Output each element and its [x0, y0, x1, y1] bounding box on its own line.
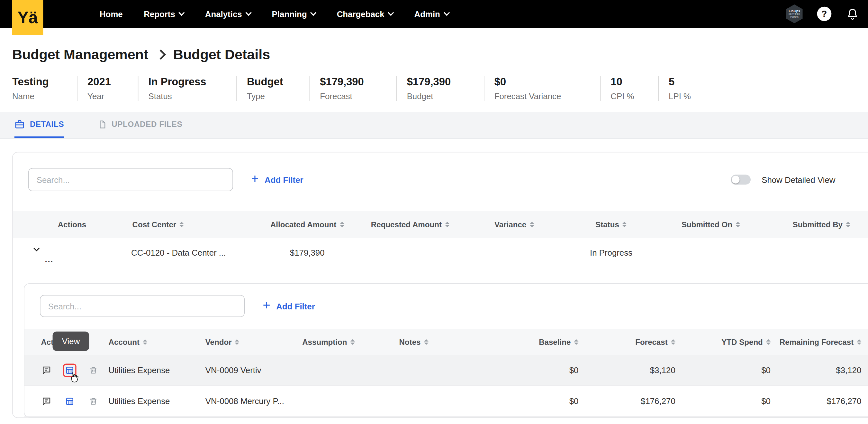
column-header-submitted-on[interactable]: Submitted On — [653, 220, 769, 229]
outer-toolbar: Add Filter Show Detailed View — [13, 152, 868, 192]
sort-icon[interactable] — [846, 222, 850, 227]
nav-reports[interactable]: Reports — [144, 9, 184, 18]
column-header-baseline[interactable]: Baseline — [484, 338, 581, 347]
summary-lpi: 5LPI % — [659, 76, 701, 101]
summary-status: In ProgressStatus — [138, 76, 237, 101]
column-header-allocated-amount[interactable]: Allocated Amount — [253, 220, 362, 229]
column-header-variance[interactable]: Variance — [459, 220, 569, 229]
sort-icon[interactable] — [350, 339, 355, 345]
column-header-status[interactable]: Status — [570, 220, 653, 229]
navbar-right: FinOps CERTIFIED Platform ? — [786, 4, 868, 24]
column-header-vendor[interactable]: Vendor — [193, 338, 290, 347]
column-header-cost-center[interactable]: Cost Center — [131, 220, 253, 229]
column-header-account[interactable]: Account — [96, 338, 193, 347]
cell-baseline: $0 — [484, 365, 581, 375]
column-header-ytd-spend[interactable]: YTD Spend — [678, 338, 773, 347]
cell-remaining-forecast: $176,270 — [773, 396, 868, 406]
chevron-down-icon — [246, 10, 252, 16]
cell-ytd-spend: $0 — [678, 365, 773, 375]
column-header-assumption[interactable]: Assumption — [290, 338, 387, 347]
add-filter-button[interactable]: Add Filter — [247, 173, 307, 186]
tab-bar: DETAILS UPLOADED FILES — [0, 112, 868, 139]
show-detailed-view-toggle[interactable] — [731, 174, 751, 185]
sort-icon[interactable] — [574, 339, 579, 345]
briefcase-icon — [14, 119, 25, 130]
sort-icon[interactable] — [235, 339, 240, 345]
cell-vendor: VN-0009 Vertiv — [193, 365, 290, 375]
help-icon[interactable]: ? — [817, 7, 832, 21]
trash-icon[interactable] — [88, 396, 98, 406]
top-navbar: Yä Home Reports Analytics Planning Charg… — [0, 0, 868, 28]
sort-icon[interactable] — [530, 222, 534, 227]
cell-baseline: $0 — [484, 396, 581, 406]
sort-icon[interactable] — [857, 339, 862, 345]
view-tooltip: View — [53, 332, 89, 351]
app: Yä Home Reports Analytics Planning Charg… — [0, 0, 868, 424]
sort-icon[interactable] — [445, 222, 450, 227]
collapse-row-chevron-icon[interactable] — [31, 244, 41, 254]
notifications-bell-icon[interactable] — [846, 7, 859, 20]
column-header-remaining-forecast[interactable]: Remaining Forecast — [773, 338, 868, 347]
cell-forecast: $3,120 — [581, 365, 677, 375]
search-input[interactable] — [28, 168, 233, 191]
column-header-submitted-by[interactable]: Submitted By — [769, 220, 868, 229]
trash-icon[interactable] — [88, 364, 98, 375]
comment-icon[interactable] — [41, 364, 52, 375]
cell-account: Utilities Expense — [96, 396, 193, 406]
sort-icon[interactable] — [736, 222, 740, 227]
mouse-cursor-icon — [69, 371, 79, 384]
budget-summary: TestingName 2021Year In ProgressStatus B… — [12, 76, 868, 101]
sort-icon[interactable] — [766, 339, 771, 345]
breadcrumb: Budget Management Budget Details — [12, 47, 868, 63]
cost-center-table-header: Actions Cost Center Allocated Amount Req… — [13, 211, 868, 238]
cell-account: Utilities Expense — [96, 365, 193, 375]
line-items-panel: Add Filter View Actions Account Vendor A… — [24, 283, 868, 418]
summary-cpi: 10CPI % — [600, 76, 659, 101]
chevron-right-icon — [156, 50, 166, 60]
summary-budget: $179,390Budget — [397, 76, 485, 101]
nav-analytics[interactable]: Analytics — [205, 9, 251, 18]
nav-home[interactable]: Home — [100, 9, 123, 18]
tab-details[interactable]: DETAILS — [14, 112, 64, 138]
nav-admin[interactable]: Admin — [414, 9, 449, 18]
more-actions[interactable]: ... — [45, 254, 53, 264]
sort-icon[interactable] — [143, 339, 147, 345]
file-icon — [97, 119, 106, 129]
finops-certified-badge[interactable]: FinOps CERTIFIED Platform — [786, 4, 803, 24]
cell-forecast: $176,270 — [581, 396, 677, 406]
inner-toolbar: Add Filter — [25, 295, 868, 317]
column-header-notes[interactable]: Notes — [387, 338, 484, 347]
sort-icon[interactable] — [424, 339, 429, 345]
toggle-knob — [732, 176, 739, 183]
cell-cost-center: CC-0120 - Data Center ... — [131, 248, 253, 257]
summary-year: 2021Year — [78, 76, 138, 101]
column-header-forecast[interactable]: Forecast — [581, 338, 677, 347]
sort-icon[interactable] — [671, 339, 676, 345]
column-header-actions: Actions — [13, 220, 131, 229]
summary-forecast-variance: $0Forecast Variance — [485, 76, 601, 101]
chevron-down-icon — [179, 10, 185, 16]
main-nav: Home Reports Analytics Planning Chargeba… — [100, 9, 449, 18]
cell-allocated-amount: $179,390 — [253, 248, 362, 257]
tab-uploaded-files[interactable]: UPLOADED FILES — [97, 112, 182, 138]
breadcrumb-budget-management[interactable]: Budget Management — [12, 47, 148, 63]
cell-vendor: VN-0008 Mercury P... — [193, 396, 290, 406]
view-grid-icon[interactable] — [64, 396, 75, 406]
plus-icon — [262, 300, 271, 311]
nav-chargeback[interactable]: Chargeback — [337, 9, 393, 18]
sort-icon[interactable] — [622, 222, 627, 227]
detailed-view-control: Show Detailed View — [731, 174, 836, 185]
cell-ytd-spend: $0 — [678, 396, 773, 406]
line-item-row: Utilities Expense VN-0008 Mercury P... $… — [25, 385, 868, 417]
toggle-label: Show Detailed View — [762, 175, 835, 184]
line-items-search-input[interactable] — [40, 295, 245, 317]
sort-icon[interactable] — [180, 222, 184, 227]
column-header-requested-amount[interactable]: Requested Amount — [361, 220, 459, 229]
row-actions — [25, 386, 96, 416]
brand-logo[interactable]: Yä — [12, 0, 43, 35]
line-items-add-filter-button[interactable]: Add Filter — [258, 300, 318, 312]
nav-planning[interactable]: Planning — [272, 9, 316, 18]
comment-icon[interactable] — [41, 396, 52, 406]
sort-icon[interactable] — [340, 222, 344, 227]
page-title: Budget Details — [173, 47, 270, 63]
